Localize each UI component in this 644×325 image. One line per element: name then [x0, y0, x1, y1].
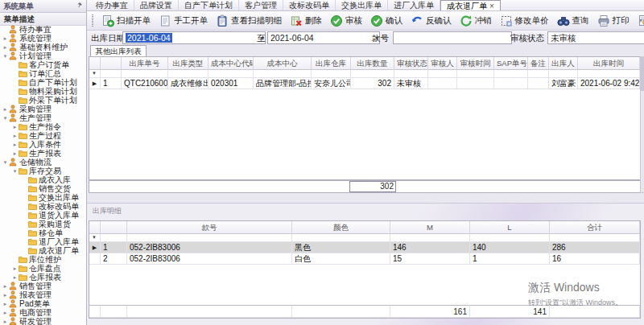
filter-cell[interactable] [208, 70, 254, 78]
tree-item-28[interactable]: ▸仓库盘点 [0, 264, 86, 273]
column-header[interactable]: 出库时间 [578, 57, 640, 70]
status-combo[interactable]: 未审核 ▾ [547, 31, 644, 44]
window-tab-6[interactable]: 交换出库单 [336, 0, 388, 10]
date-to-combo[interactable]: 2021-06-04 ▾ [267, 31, 380, 44]
tree-item-24[interactable]: 移仓单 [0, 228, 86, 237]
toolbar-overflow-icon[interactable]: ▾ [639, 17, 642, 24]
column-header[interactable] [101, 57, 122, 70]
tree-item-5[interactable]: 客户订货单 [0, 60, 86, 69]
column-header[interactable]: 备注 [528, 57, 549, 70]
tree-item-10[interactable]: ▸采购管理 [0, 105, 86, 113]
style-input[interactable] [393, 31, 512, 44]
expand-icon[interactable]: ▸ [11, 131, 19, 140]
filter-cell[interactable] [351, 70, 394, 78]
toolbar-button-5[interactable]: 审核 [326, 14, 366, 28]
expand-icon[interactable]: ▸ [2, 43, 9, 51]
tree-item-25[interactable]: 退厂入库单 [0, 237, 86, 246]
column-header[interactable] [101, 221, 127, 234]
tree-item-18[interactable]: 成衣入库 [0, 175, 86, 184]
tree-item-19[interactable]: 销售交货 [0, 184, 86, 193]
expand-icon[interactable]: ▸ [2, 34, 9, 43]
toolbar-button-10[interactable]: 查询 [553, 14, 593, 28]
filter-cell[interactable] [428, 70, 457, 78]
column-header[interactable]: 成本中心代码 [208, 57, 254, 70]
window-tab-3[interactable]: 自产下单计划 [179, 0, 239, 10]
expand-icon[interactable]: ▸ [2, 105, 9, 113]
expand-icon[interactable]: ▸ [11, 149, 19, 158]
filter-cell[interactable] [528, 70, 549, 78]
window-tab-8[interactable]: 成衣退厂单× [440, 0, 501, 10]
filter-cell[interactable] [390, 234, 470, 242]
expand-icon[interactable]: ▸ [2, 317, 9, 325]
tree-item-31[interactable]: ▸报表管理 [0, 290, 86, 299]
toolbar-button-11[interactable]: 打印 [593, 14, 634, 28]
expand-icon[interactable]: ▸ [2, 308, 9, 317]
filter-cell[interactable] [312, 70, 351, 78]
filter-cell[interactable] [470, 234, 550, 242]
tree-item-13[interactable]: ▸生产过程 [0, 131, 86, 140]
column-header[interactable] [89, 221, 101, 234]
filter-cell[interactable] [127, 234, 292, 242]
pin-icon[interactable] [76, 0, 83, 12]
expand-icon[interactable]: ▸ [11, 273, 19, 282]
window-tab-5[interactable]: 改标改码单 [283, 0, 336, 10]
filter-cell[interactable] [457, 70, 494, 78]
tree-item-7[interactable]: 自产下单计划 [0, 78, 86, 87]
tree-item-17[interactable]: ▾库存交易 [0, 167, 86, 175]
tree-item-9[interactable]: 外采下单计划 [0, 96, 86, 105]
column-header[interactable]: 审核人 [428, 57, 457, 70]
tree-item-32[interactable]: ▸Pad菜单 [0, 299, 86, 308]
column-header[interactable]: 出库数量 [351, 57, 394, 70]
filter-cell[interactable] [254, 70, 312, 78]
collapse-icon[interactable]: ▾ [2, 113, 9, 122]
expand-icon[interactable]: ▸ [11, 264, 19, 273]
scrollbar-thumb[interactable] [641, 57, 644, 91]
toolbar-button-8[interactable]: 冲销 [456, 14, 496, 28]
column-header[interactable]: 款号 [127, 221, 292, 234]
column-header[interactable]: 颜色 [292, 221, 390, 234]
tree-item-11[interactable]: ▾生产管理 [0, 113, 86, 122]
grid-filter-row[interactable]: ▼ [89, 70, 640, 78]
tree-item-26[interactable]: 成衣退厂单 [0, 246, 86, 255]
expand-icon[interactable]: ▸ [2, 299, 9, 308]
column-header[interactable]: L [470, 221, 550, 234]
tree-item-21[interactable]: 改标改码单 [0, 202, 86, 211]
toolbar-button-7[interactable]: 反确认 [407, 14, 456, 28]
collapse-icon[interactable]: ▾ [2, 158, 9, 167]
column-header[interactable]: 审核状态 [394, 57, 428, 70]
filter-cell[interactable] [578, 70, 640, 78]
window-tab-2[interactable]: 品牌设置 [134, 0, 179, 10]
table-row[interactable]: 2052-2IB83006白色15116 [89, 253, 640, 265]
column-header[interactable]: 合计 [550, 221, 640, 234]
window-tab-1[interactable]: 待办事宜 [90, 0, 134, 10]
tree-item-14[interactable]: ▸入库条件 [0, 140, 86, 149]
table-row[interactable]: ▶1QTC21060010成衣维修出库020301品牌管理部-品控中心安奈儿公司… [89, 78, 640, 89]
tree-item-15[interactable]: ▸生产报表 [0, 149, 86, 158]
tree-item-2[interactable]: ▸系统管理 [0, 34, 86, 43]
column-header[interactable]: 出库仓库 [312, 57, 351, 70]
close-icon[interactable]: × [489, 1, 494, 10]
filter-cell[interactable] [494, 70, 528, 78]
filter-cell[interactable] [101, 70, 122, 78]
filter-cell[interactable] [394, 70, 428, 78]
tree-item-1[interactable]: 待办事宜 [0, 25, 86, 34]
column-header[interactable]: 出库单号 [122, 57, 168, 70]
toolbar-button-2[interactable]: 手工开单 [155, 14, 212, 28]
tree-item-4[interactable]: ▾计划管理 [0, 51, 86, 60]
column-header[interactable]: 出库人 [549, 57, 578, 70]
tree-item-23[interactable]: 采购退货 [0, 220, 86, 228]
column-header[interactable]: 出库类型 [168, 57, 208, 70]
filter-cell[interactable] [101, 234, 127, 242]
column-header[interactable] [89, 57, 101, 70]
column-header[interactable]: SAP单号 [494, 57, 528, 70]
date-from-combo[interactable]: 2021-06-04 ▾ [122, 31, 266, 44]
expand-icon[interactable]: ▸ [11, 122, 19, 131]
column-header[interactable]: M [390, 221, 470, 234]
tree-item-12[interactable]: ▸生产指令 [0, 122, 86, 131]
toolbar-grip[interactable] [92, 14, 93, 27]
grid-filter-row[interactable]: ▼ [89, 234, 640, 242]
collapse-icon[interactable]: ▾ [11, 167, 19, 175]
tree-item-27[interactable]: 库位维护 [0, 255, 86, 264]
tree-item-29[interactable]: ▸仓库报表 [0, 273, 86, 282]
tree-item-6[interactable]: 订单汇总 [0, 69, 86, 78]
